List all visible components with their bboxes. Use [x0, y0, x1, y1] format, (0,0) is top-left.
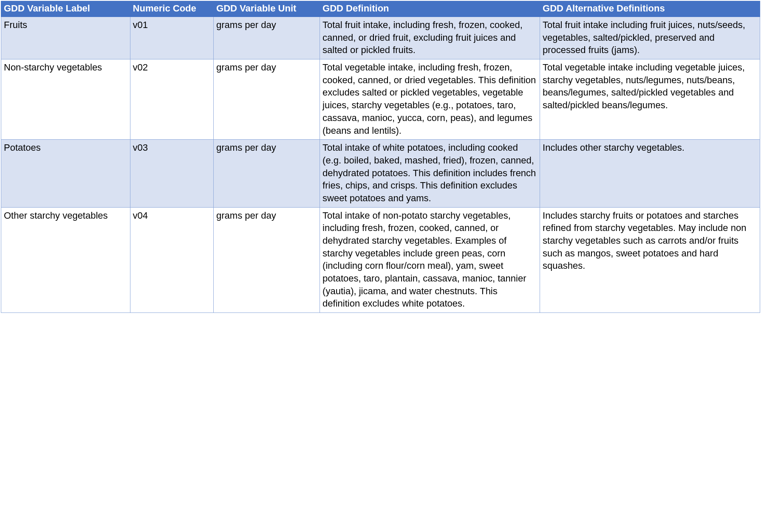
cell-variable-unit: grams per day [214, 207, 320, 313]
cell-variable-unit: grams per day [214, 59, 320, 140]
header-numeric-code: Numeric Code [130, 1, 213, 17]
header-variable-unit: GDD Variable Unit [214, 1, 320, 17]
header-definition: GDD Definition [320, 1, 540, 17]
cell-definition: Total intake of white potatoes, includin… [320, 140, 540, 207]
cell-alternative: Total vegetable intake including vegetab… [540, 59, 760, 140]
header-alternative-definitions: GDD Alternative Definitions [540, 1, 760, 17]
cell-alternative: Total fruit intake including fruit juice… [540, 17, 760, 59]
cell-variable-label: Potatoes [1, 140, 130, 207]
cell-numeric-code: v04 [130, 207, 213, 313]
table-row: Non-starchy vegetables v02 grams per day… [1, 59, 760, 140]
table-row: Potatoes v03 grams per day Total intake … [1, 140, 760, 207]
cell-variable-unit: grams per day [214, 140, 320, 207]
table-row: Other starchy vegetables v04 grams per d… [1, 207, 760, 313]
cell-variable-label: Fruits [1, 17, 130, 59]
cell-numeric-code: v01 [130, 17, 213, 59]
cell-alternative: Includes starchy fruits or potatoes and … [540, 207, 760, 313]
cell-variable-unit: grams per day [214, 17, 320, 59]
cell-numeric-code: v02 [130, 59, 213, 140]
cell-alternative: Includes other starchy vegetables. [540, 140, 760, 207]
table-row: Fruits v01 grams per day Total fruit int… [1, 17, 760, 59]
table-header-row: GDD Variable Label Numeric Code GDD Vari… [1, 1, 760, 17]
cell-variable-label: Non-starchy vegetables [1, 59, 130, 140]
cell-variable-label: Other starchy vegetables [1, 207, 130, 313]
cell-definition: Total vegetable intake, including fresh,… [320, 59, 540, 140]
gdd-variable-table: GDD Variable Label Numeric Code GDD Vari… [1, 1, 760, 313]
header-variable-label: GDD Variable Label [1, 1, 130, 17]
cell-numeric-code: v03 [130, 140, 213, 207]
cell-definition: Total intake of non-potato starchy veget… [320, 207, 540, 313]
cell-definition: Total fruit intake, including fresh, fro… [320, 17, 540, 59]
